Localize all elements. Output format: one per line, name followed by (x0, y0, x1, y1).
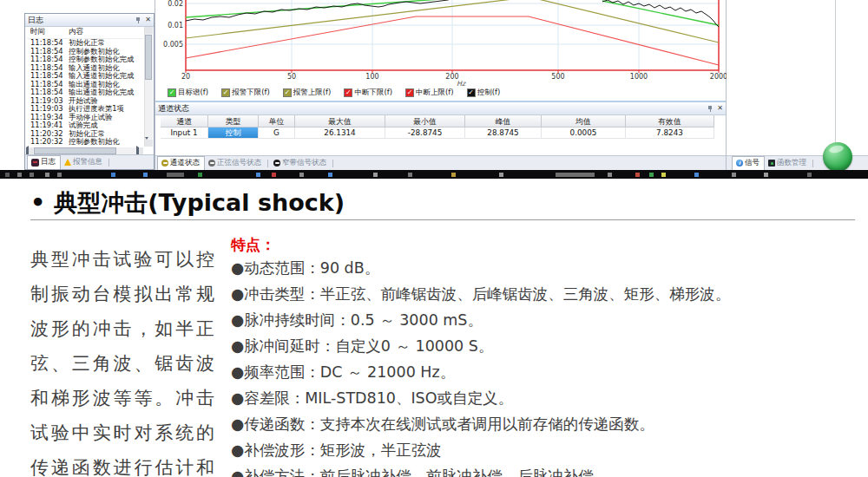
status-tabbar: 通道状态 正弦信号状态 窄带信号状态 (155, 155, 726, 170)
legend-label: 报警上限(f) (293, 88, 332, 98)
svg-text:500: 500 (551, 73, 564, 81)
legend-checkbox[interactable]: ✓ (221, 88, 230, 97)
pin-icon[interactable] (135, 16, 141, 24)
taskbar-icon (694, 173, 699, 177)
tab-alarm-info[interactable]: 报警信息 (61, 156, 107, 169)
legend-checkbox[interactable]: ✓ (467, 88, 476, 97)
table-cell: -28.8745 (385, 127, 465, 139)
legend-checkbox[interactable]: ✓ (405, 88, 414, 97)
feature-item: ●补偿方法：前后脉冲补偿、前脉冲补偿、后脉冲补偿 (231, 463, 865, 477)
close-icon[interactable]: ✕ (717, 105, 723, 112)
features-title: 特点： (231, 236, 275, 253)
channel-panel-title: 通道状态 (158, 103, 707, 114)
taskbar-icon (807, 173, 812, 177)
legend-checkbox[interactable]: ✓ (344, 88, 352, 97)
taskbar-icon (373, 173, 378, 177)
column-header: 最大值 (295, 115, 385, 127)
scroll-left-icon[interactable] (26, 147, 33, 154)
scroll-up-icon[interactable] (145, 27, 153, 34)
tab-function-manager[interactable]: 函数管理 (765, 157, 811, 170)
feature-item: ●容差限：MIL-STD810、ISO或自定义。 (231, 385, 865, 411)
tab-channel-status[interactable]: 通道状态 (157, 156, 205, 170)
tab-separator (332, 160, 333, 167)
legend-item[interactable]: ✓报警下限(f) (221, 88, 270, 98)
legend-item[interactable]: ✓中断上限(f) (405, 88, 454, 98)
tab-sine-signal-status[interactable]: 正弦信号状态 (205, 157, 266, 170)
function-manager-icon (768, 160, 775, 167)
paragraph-line: 和梯形波等等。冲击 (30, 381, 214, 415)
legend-item[interactable]: ✓报警上限(f) (283, 88, 332, 98)
column-header: 均值 (542, 115, 626, 127)
log-content: 控制参数初始化 (69, 138, 120, 147)
column-header: 通道 (161, 115, 208, 127)
legend-checkbox[interactable]: ✓ (283, 88, 292, 97)
software-screenshot-region: 日志 ✕ 时间 内容 11:18:54初始化正常11:18:54控制参数初始化1… (0, 0, 868, 170)
column-header: 有效值 (626, 115, 714, 127)
feature-item: ●脉冲间延时：自定义0 ～ 10000 S。 (231, 333, 865, 359)
tab-log[interactable]: 日志 (27, 155, 61, 169)
column-header: 峰值 (465, 115, 542, 127)
start-button[interactable] (823, 142, 852, 170)
svg-text:0.005: 0.005 (163, 41, 183, 49)
log-icon (31, 159, 39, 167)
taskbar-icon (57, 173, 62, 177)
legend-item[interactable]: ✓目标谱(f) (168, 88, 208, 98)
taskbar-strip[interactable] (0, 170, 868, 179)
table-cell: 7.8243 (626, 127, 714, 139)
legend-label: 中断上限(f) (416, 88, 454, 98)
warning-icon (64, 159, 71, 166)
log-time: 11:20:32 (27, 138, 69, 147)
svg-text:20: 20 (181, 73, 190, 81)
table-cell: 28.8745 (465, 127, 542, 139)
tab-narrowband-signal-status[interactable]: 窄带信号状态 (270, 157, 331, 170)
channel-table-row[interactable]: Input 1控制G26.1314-28.874528.87450.00057.… (161, 127, 726, 139)
channel-table-header: 通道类型单位最大值最小值峰值均值有效值 (161, 115, 726, 127)
log-vertical-scrollbar[interactable] (144, 27, 153, 147)
log-row-list: 11:18:54初始化正常11:18:54控制参数初始化11:18:54控制参数… (27, 39, 143, 147)
type-cell: 控制 (208, 127, 259, 139)
taskbar-icon (30, 173, 34, 177)
column-header: 类型 (208, 115, 259, 127)
signal-info-icon: i (736, 160, 743, 167)
legend-checkbox[interactable]: ✓ (168, 88, 176, 97)
svg-text:100: 100 (365, 73, 378, 81)
pin-icon[interactable] (707, 105, 713, 113)
panel-divider (835, 0, 836, 156)
taskbar-icon (198, 173, 202, 177)
taskbar-icon (17, 173, 22, 177)
legend-item[interactable]: ✓控制(f) (467, 88, 501, 98)
channel-panel-titlebar: 通道状态 ✕ (155, 102, 726, 115)
scrollbar-thumb[interactable] (145, 35, 152, 80)
taskbar-icon (499, 173, 503, 177)
paragraph-line: 弦、三角波、锯齿波 (30, 346, 214, 381)
page-title: •典型冲击(Typical shock) (30, 190, 345, 216)
taskbar-icon (764, 173, 768, 177)
spectrum-chart: 2050100200500100020000.020.010.005Hz (155, 0, 727, 87)
close-icon[interactable]: ✕ (145, 16, 151, 23)
log-panel: 日志 ✕ 时间 内容 11:18:54初始化正常11:18:54控制参数初始化1… (24, 13, 155, 170)
log-horizontal-scrollbar[interactable] (26, 147, 143, 154)
scroll-down-icon[interactable] (145, 140, 153, 147)
taskbar-icon (45, 173, 49, 177)
table-cell: 0.0005 (542, 127, 626, 139)
legend-item[interactable]: ✓中断下限(f) (344, 88, 392, 98)
document-region: •典型冲击(Typical shock) 典型冲击试验可以控制振动台模拟出常规波… (0, 179, 868, 477)
paragraph-line: 试验中实时对系统的 (30, 415, 214, 450)
log-row[interactable]: 11:20:32控制参数初始化 (27, 138, 143, 147)
right-zone: i 信号 函数管理 (727, 0, 868, 170)
scrollbar-thumb[interactable] (34, 147, 116, 154)
taskbar-icon (451, 173, 456, 177)
scroll-right-icon[interactable] (136, 147, 143, 154)
taskbar-icon (272, 173, 276, 177)
taskbar-icon (143, 173, 148, 177)
tab-signal[interactable]: i 信号 (732, 156, 765, 170)
tab-separator (108, 159, 109, 167)
column-header: 最小值 (385, 115, 465, 127)
taskbar-icon (408, 173, 412, 177)
feature-item: ●冲击类型：半正弦、前峰锯齿波、后峰锯齿波、三角波、矩形、梯形波。 (231, 281, 865, 307)
taskbar-icon (256, 173, 260, 177)
svg-text:50: 50 (287, 73, 296, 81)
legend-label: 中断下限(f) (354, 88, 392, 98)
features-list: ●动态范围：90 dB。●冲击类型：半正弦、前峰锯齿波、后峰锯齿波、三角波、矩形… (231, 255, 865, 477)
taskbar-icon (649, 173, 654, 177)
